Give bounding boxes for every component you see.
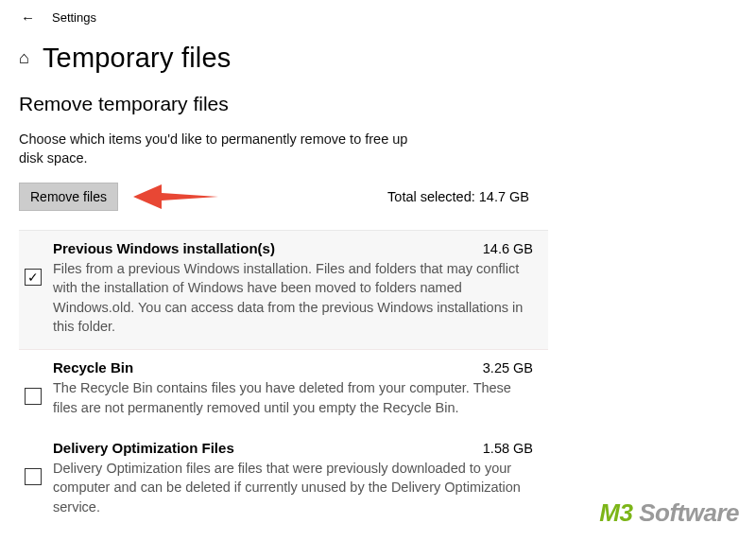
home-icon[interactable]: ⌂ bbox=[19, 48, 29, 68]
item-size: 3.25 GB bbox=[483, 360, 537, 375]
item-description: Delivery Optimization files are files th… bbox=[53, 459, 537, 516]
item-description: The Recycle Bin contains files you have … bbox=[53, 378, 537, 417]
checkbox-wrap bbox=[23, 440, 43, 485]
list-item[interactable]: Delivery Optimization Files1.58 GBDelive… bbox=[19, 430, 548, 530]
items-list: Previous Windows installation(s)14.6 GBF… bbox=[19, 230, 548, 530]
content-area: Remove temporary files Choose which item… bbox=[0, 87, 548, 530]
watermark: M3 Software bbox=[599, 498, 739, 528]
list-item[interactable]: Recycle Bin3.25 GBThe Recycle Bin contai… bbox=[19, 350, 548, 430]
list-item[interactable]: Previous Windows installation(s)14.6 GBF… bbox=[19, 230, 548, 350]
item-head: Previous Windows installation(s)14.6 GB bbox=[53, 240, 537, 256]
back-arrow-icon[interactable]: ← bbox=[21, 9, 35, 26]
titlebar: ← Settings bbox=[0, 0, 756, 29]
page-header: ⌂ Temporary files bbox=[0, 29, 756, 87]
watermark-suffix: Software bbox=[632, 498, 739, 527]
item-title: Delivery Optimization Files bbox=[53, 440, 234, 456]
item-head: Delivery Optimization Files1.58 GB bbox=[53, 440, 537, 456]
item-description: Files from a previous Windows installati… bbox=[53, 259, 537, 336]
page-title: Temporary files bbox=[43, 43, 232, 74]
item-checkbox[interactable] bbox=[25, 388, 42, 405]
item-body: Previous Windows installation(s)14.6 GBF… bbox=[53, 240, 537, 336]
watermark-brand: M3 bbox=[599, 498, 632, 527]
item-body: Recycle Bin3.25 GBThe Recycle Bin contai… bbox=[53, 359, 537, 417]
item-checkbox[interactable] bbox=[25, 468, 42, 485]
annotation-arrow-icon bbox=[133, 181, 218, 213]
total-selected-label: Total selected: 14.7 GB bbox=[387, 189, 529, 204]
item-size: 14.6 GB bbox=[483, 241, 537, 256]
action-row: Remove files Total selected: 14.7 GB bbox=[19, 181, 529, 213]
checkbox-wrap bbox=[23, 240, 43, 286]
item-body: Delivery Optimization Files1.58 GBDelive… bbox=[53, 440, 537, 516]
section-description: Choose which items you'd like to permane… bbox=[19, 131, 435, 167]
item-title: Recycle Bin bbox=[53, 359, 133, 375]
remove-files-button[interactable]: Remove files bbox=[19, 183, 118, 211]
item-head: Recycle Bin3.25 GB bbox=[53, 359, 537, 375]
item-size: 1.58 GB bbox=[483, 441, 537, 456]
app-name: Settings bbox=[52, 10, 96, 25]
section-heading: Remove temporary files bbox=[19, 93, 548, 115]
checkbox-wrap bbox=[23, 359, 43, 405]
item-checkbox[interactable] bbox=[25, 269, 42, 286]
item-title: Previous Windows installation(s) bbox=[53, 240, 275, 256]
